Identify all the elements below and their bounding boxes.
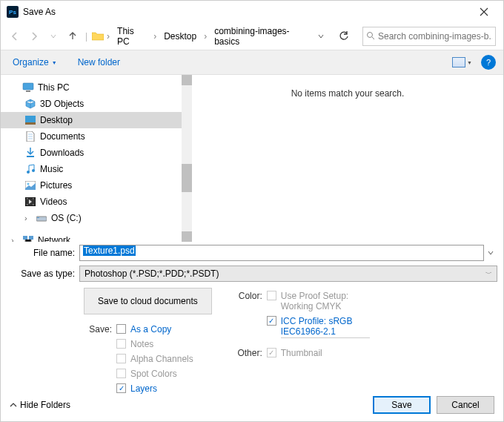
checkbox-icc[interactable] [267, 316, 276, 326]
tree-3d-objects[interactable]: 3D Objects [1, 96, 192, 112]
nav-bar: | › This PC › Desktop › combining-images… [1, 23, 503, 50]
breadcrumb-folder[interactable]: combining-images-basics [210, 24, 311, 49]
breadcrumb-this-pc[interactable]: This PC [113, 24, 150, 49]
new-folder-button[interactable]: New folder [73, 54, 125, 70]
tree-desktop[interactable]: Desktop [1, 112, 192, 128]
proof-label-a: Use Proof Setup: [281, 291, 348, 301]
icc-label-b[interactable]: IEC61966-2.1 [281, 326, 370, 337]
checkbox-thumbnail [267, 348, 276, 357]
tree-scrollbar[interactable] [182, 75, 192, 242]
chevron-right-icon[interactable]: › [107, 31, 110, 42]
scroll-down-arrow[interactable] [182, 231, 192, 242]
pc-icon [22, 82, 34, 93]
close-button[interactable] [471, 1, 497, 23]
file-name-dropdown[interactable] [484, 250, 497, 256]
tree-this-pc[interactable]: This PC [1, 79, 192, 96]
tree-documents[interactable]: Documents [1, 128, 192, 145]
tree-label: Network [38, 235, 70, 242]
svg-rect-14 [33, 204, 34, 205]
up-button[interactable] [64, 27, 81, 45]
other-label: Other: [234, 348, 262, 358]
tree-downloads[interactable]: Downloads [1, 145, 192, 161]
cancel-button[interactable]: Cancel [437, 396, 494, 414]
file-name-row: File name: Texture1.psd [1, 243, 503, 263]
network-icon [22, 234, 34, 242]
chevron-right-icon: › [11, 236, 19, 242]
chevron-right-icon[interactable]: › [204, 31, 207, 42]
checkbox-alpha [116, 354, 126, 363]
breadcrumb-desktop[interactable]: Desktop [159, 29, 201, 44]
alpha-label: Alpha Channels [130, 354, 193, 364]
save-cloud-button[interactable]: Save to cloud documents [84, 288, 212, 314]
svg-point-9 [27, 183, 30, 185]
music-icon [24, 163, 36, 175]
svg-rect-3 [25, 116, 36, 122]
back-button[interactable] [7, 27, 23, 45]
icc-label-a[interactable]: ICC Profile: sRGB [281, 316, 370, 326]
help-button[interactable]: ? [481, 55, 496, 70]
separator: | [85, 31, 87, 42]
save-type-value: Photoshop (*.PSD;*.PDD;*.PSDT) [84, 268, 219, 279]
tree-label: Music [40, 164, 63, 174]
file-name-label: File name: [7, 248, 79, 258]
search-input[interactable] [378, 31, 492, 42]
notes-label: Notes [130, 339, 153, 349]
tree-label: Pictures [40, 180, 72, 191]
proof-label-b: Working CMYK [281, 301, 348, 311]
tree-label: This PC [38, 82, 70, 93]
checkbox-notes [116, 339, 126, 349]
scroll-up-arrow[interactable] [182, 75, 192, 85]
pictures-icon [24, 179, 36, 191]
folder-tree[interactable]: This PC 3D Objects Desktop Documents Dow… [1, 75, 192, 242]
checkbox-as-copy[interactable] [116, 324, 126, 334]
drive-icon [36, 212, 47, 224]
as-copy-label[interactable]: As a Copy [130, 324, 171, 334]
thumbnail-label: Thumbnail [281, 348, 322, 358]
save-type-row: Save as type: Photoshop (*.PSD;*.PDD;*.P… [1, 264, 503, 283]
hide-folders-button[interactable]: Hide Folders [10, 400, 70, 410]
tree-network[interactable]: › Network [1, 232, 192, 242]
tree-label: 3D Objects [40, 99, 84, 109]
file-name-value: Texture1.psd [83, 245, 136, 256]
svg-point-0 [368, 32, 373, 37]
save-label: Save: [84, 324, 112, 334]
file-name-input[interactable]: Texture1.psd [79, 245, 484, 261]
checkbox-spot [116, 369, 126, 378]
footer: Hide Folders Save Cancel [1, 389, 503, 421]
checkbox-proof [267, 291, 276, 300]
svg-rect-15 [36, 217, 47, 221]
chevron-right-icon[interactable]: › [153, 31, 156, 42]
chevron-down-icon: ﹀ [485, 269, 492, 279]
empty-message: No items match your search. [205, 88, 490, 99]
svg-rect-12 [27, 204, 28, 205]
organize-button[interactable]: Organize▼ [8, 54, 62, 70]
view-options[interactable]: ▼ [452, 57, 472, 67]
save-button[interactable]: Save [373, 396, 431, 414]
videos-icon [24, 196, 36, 208]
chevron-up-icon [10, 401, 17, 409]
toolbar: Organize▼ New folder ▼ ? [1, 50, 503, 75]
svg-point-7 [32, 169, 35, 172]
svg-rect-18 [29, 236, 33, 240]
recent-dropdown[interactable] [45, 27, 62, 45]
photoshop-icon: Ps [7, 6, 19, 18]
tree-pictures[interactable]: Pictures [1, 177, 192, 194]
svg-rect-13 [33, 198, 34, 200]
refresh-button[interactable] [334, 26, 354, 47]
window-title: Save As [23, 7, 471, 17]
tree-videos[interactable]: Videos [1, 194, 192, 210]
svg-point-6 [27, 171, 30, 174]
scroll-thumb[interactable] [182, 164, 192, 192]
svg-rect-4 [25, 122, 36, 125]
desktop-icon [24, 114, 36, 126]
tree-music[interactable]: Music [1, 161, 192, 177]
svg-rect-2 [26, 90, 30, 92]
color-label: Color: [234, 291, 262, 301]
save-type-label: Save as type: [7, 268, 79, 279]
breadcrumb-dropdown[interactable] [314, 28, 328, 44]
tree-os-drive[interactable]: › OS (C:) [1, 210, 192, 226]
forward-button[interactable] [26, 27, 42, 45]
main-area: This PC 3D Objects Desktop Documents Dow… [1, 75, 503, 242]
save-type-dropdown[interactable]: Photoshop (*.PSD;*.PDD;*.PSDT) ﹀ [79, 266, 497, 282]
search-box[interactable] [362, 27, 496, 46]
